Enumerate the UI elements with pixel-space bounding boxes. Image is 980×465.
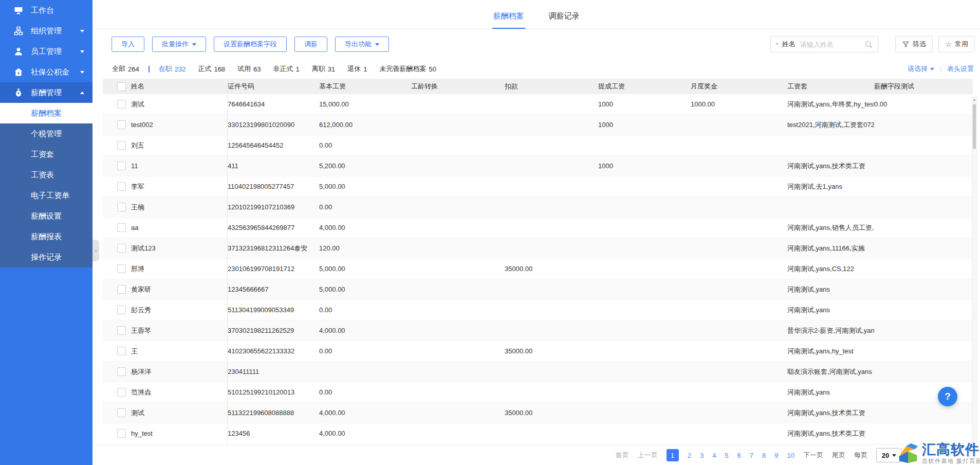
cell-seniority (411, 259, 505, 279)
chevron-down-icon (80, 30, 84, 32)
status-tab-active-employees[interactable]: 在职232 (159, 64, 186, 74)
select-all-checkbox[interactable] (117, 82, 126, 91)
pagination-page-8[interactable]: 8 (762, 452, 766, 459)
pagination-last[interactable]: 尾页 (832, 451, 845, 460)
column-header-name: 姓名 (131, 79, 228, 94)
please-select-dropdown[interactable]: 请选择 (908, 64, 934, 74)
cell-id-number: 410230655622133332 (228, 341, 319, 361)
per-page-label: 每页 (854, 451, 867, 460)
cell-name: test002 (131, 115, 228, 135)
column-header-seniority: 工龄转换 (411, 79, 505, 94)
row-checkbox[interactable] (117, 367, 126, 376)
cell-id-number: 12345666667 (228, 279, 319, 299)
pagination-page-9[interactable]: 9 (774, 452, 778, 459)
cell-commission (598, 176, 691, 196)
sidebar-item-payroll[interactable]: ¥ 薪酬管理 (0, 82, 93, 103)
row-checkbox[interactable] (117, 388, 126, 397)
pagination-page-7[interactable]: 7 (750, 452, 753, 459)
vertical-scrollbar[interactable]: ▲ (972, 97, 977, 444)
status-tab-incomplete-archive[interactable]: 未完善薪酬档案50 (380, 64, 436, 74)
cell-seniority (411, 135, 505, 155)
pagination-prev[interactable]: 上一页 (638, 451, 658, 460)
row-checkbox[interactable] (117, 244, 126, 253)
row-checkbox[interactable] (117, 408, 126, 417)
pagination-next[interactable]: 下一页 (803, 451, 823, 460)
row-checkbox[interactable] (117, 141, 126, 150)
submenu-item-operation-log[interactable]: 操作记录 (0, 247, 93, 267)
sidebar-item-workbench[interactable]: 工作台 (0, 0, 93, 21)
column-header-monthly-bonus: 月度奖金 (691, 79, 787, 94)
cell-salary-set: 河南测试,去1,yans (787, 176, 874, 196)
submenu-item-salary-archive[interactable]: 薪酬档案 (0, 103, 93, 123)
cell-seniority (411, 382, 505, 402)
scrollbar-thumb[interactable] (973, 104, 976, 149)
cell-salary-field-test (874, 238, 973, 258)
cell-base-salary: 5,200.00 (319, 156, 411, 176)
salary-adjust-button[interactable]: 调薪 (294, 37, 327, 52)
cell-base-salary: 4,000.00 (319, 218, 411, 238)
status-tab-all[interactable]: 全部264 (112, 64, 139, 74)
row-checkbox[interactable] (117, 264, 126, 273)
status-tab-formal[interactable]: 正式168 (198, 64, 225, 74)
scroll-up-arrow-icon[interactable]: ▲ (972, 98, 976, 101)
cell-salary-set: 河南测试,yans,年终奖,hy_test (787, 94, 874, 114)
cell-commission: 1000 (598, 156, 691, 176)
help-button[interactable]: ? (938, 387, 957, 406)
field-select-caret-icon[interactable] (775, 43, 779, 45)
cell-salary-set: 河南测试,yans (787, 382, 874, 402)
pagination-page-5[interactable]: 5 (725, 452, 728, 459)
pagination-page-1[interactable]: 1 (667, 449, 679, 461)
pagination-page-4[interactable]: 4 (712, 452, 716, 459)
cell-deduction (505, 176, 598, 196)
row-checkbox[interactable] (117, 223, 126, 232)
submenu-item-salary-set[interactable]: 工资套 (0, 144, 93, 165)
tab-salary-adjust-record[interactable]: 调薪记录 (548, 11, 581, 29)
sidebar-item-org[interactable]: 组织管理 (0, 21, 93, 41)
row-checkbox[interactable] (117, 182, 126, 191)
row-checkbox[interactable] (117, 120, 126, 129)
cell-base-salary: 4,000.00 (319, 403, 411, 423)
submenu-item-salary-settings[interactable]: 薪酬设置 (0, 206, 93, 226)
row-checkbox[interactable] (117, 100, 126, 109)
row-checkbox[interactable] (117, 429, 126, 438)
chevron-up-icon (80, 92, 84, 94)
pagination-page-10[interactable]: 10 (787, 452, 794, 459)
submenu-item-e-payslip[interactable]: 电子工资单 (0, 185, 93, 206)
cell-id-number: 511322199608088888 (228, 403, 319, 423)
pagination-page-6[interactable]: 6 (737, 452, 741, 459)
sidebar-item-social-security[interactable]: ¥ 社保公积金 (0, 62, 93, 82)
row-checkbox[interactable] (117, 347, 126, 355)
table-header: 姓名 证件号码 基本工资 工龄转换 扣款 提成工资 月度奖金 工资套 薪酬字段测… (103, 79, 973, 94)
filter-button[interactable]: 筛选 (895, 36, 933, 52)
pagination-first[interactable]: 首页 (616, 451, 629, 460)
submenu-item-tax[interactable]: 个税管理 (0, 123, 93, 144)
cell-monthly-bonus (691, 176, 787, 196)
sidebar-collapse-handle[interactable]: ‹ (93, 240, 99, 261)
cell-salary-field-test (874, 176, 973, 196)
row-checkbox[interactable] (117, 162, 126, 170)
per-page-select[interactable]: 20 (876, 448, 902, 462)
header-settings-link[interactable]: 表头设置 (947, 64, 974, 74)
status-tab-retired[interactable]: 退休1 (347, 64, 367, 74)
top-tab-bar: 薪酬档案 调薪记录 (93, 0, 980, 29)
search-icon[interactable] (864, 40, 873, 49)
pagination-page-2[interactable]: 2 (688, 452, 691, 459)
status-tab-informal[interactable]: 非正式1 (273, 64, 300, 74)
pagination-page-3[interactable]: 3 (700, 452, 704, 459)
sidebar-item-employee[interactable]: 员工管理 (0, 41, 93, 62)
submenu-item-salary-report[interactable]: 薪酬报表 (0, 226, 93, 247)
export-button[interactable]: 导出功能 (335, 37, 389, 52)
batch-actions-button[interactable]: 批量操作 (152, 37, 206, 52)
row-checkbox[interactable] (117, 306, 126, 314)
submenu-item-salary-sheet[interactable]: 工资表 (0, 165, 93, 185)
search-input[interactable] (799, 40, 861, 49)
import-button[interactable]: 导入 (112, 37, 144, 52)
row-checkbox[interactable] (117, 285, 126, 294)
status-tab-probation[interactable]: 试用63 (237, 64, 261, 74)
row-checkbox[interactable] (117, 326, 126, 335)
tab-salary-archive[interactable]: 薪酬档案 (492, 11, 525, 29)
favorite-button[interactable]: ☆ 常用 (938, 36, 975, 52)
row-checkbox[interactable] (117, 203, 126, 211)
status-tab-resigned[interactable]: 离职31 (312, 64, 335, 74)
set-salary-fields-button[interactable]: 设置薪酬档案字段 (214, 37, 287, 52)
